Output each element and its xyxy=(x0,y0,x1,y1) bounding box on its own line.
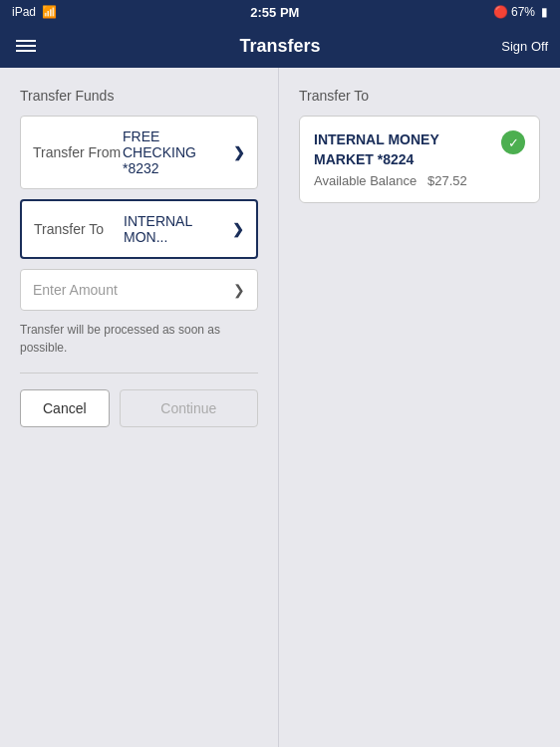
transfer-to-row[interactable]: Transfer To INTERNAL MON... ❯ xyxy=(20,199,258,259)
bluetooth-icon: 🔴 67% xyxy=(493,5,535,19)
status-left: iPad 📶 xyxy=(12,5,57,19)
sign-off-button[interactable]: Sign Off xyxy=(501,39,548,54)
transfer-to-label: Transfer To xyxy=(34,221,124,237)
account-card[interactable]: INTERNAL MONEY MARKET *8224 Available Ba… xyxy=(299,116,540,203)
available-balance-value: $27.52 xyxy=(427,173,467,188)
transfer-to-panel-title: Transfer To xyxy=(299,88,540,104)
button-row: Cancel Continue xyxy=(20,389,258,427)
transfer-funds-title: Transfer Funds xyxy=(20,88,258,104)
selected-checkmark-icon: ✓ xyxy=(501,130,525,154)
transfer-to-value: INTERNAL MON... xyxy=(124,213,232,245)
enter-amount-row[interactable]: Enter Amount ❯ xyxy=(20,269,258,311)
transfer-to-chevron: ❯ xyxy=(232,221,244,237)
main-layout: Transfer Funds Transfer From FREE CHECKI… xyxy=(0,68,560,747)
divider xyxy=(20,373,258,374)
available-balance-label: Available Balance xyxy=(314,173,417,188)
transfer-from-row[interactable]: Transfer From FREE CHECKING *8232 ❯ xyxy=(20,116,258,189)
account-balance: Available Balance $27.52 xyxy=(314,173,491,188)
status-time: 2:55 PM xyxy=(250,5,299,20)
cancel-button[interactable]: Cancel xyxy=(20,389,110,427)
wifi-icon: 📶 xyxy=(42,5,57,19)
page-title: Transfers xyxy=(239,36,320,57)
account-name: INTERNAL MONEY MARKET *8224 xyxy=(314,130,491,169)
transfer-from-value: FREE CHECKING *8232 xyxy=(123,128,233,176)
info-text: Transfer will be processed as soon as po… xyxy=(20,321,258,357)
transfer-from-chevron: ❯ xyxy=(233,144,245,160)
device-label: iPad xyxy=(12,5,36,19)
nav-bar: Transfers Sign Off xyxy=(0,24,560,68)
amount-placeholder: Enter Amount xyxy=(33,282,233,298)
status-bar: iPad 📶 2:55 PM 🔴 67% ▮ xyxy=(0,0,560,24)
continue-button: Continue xyxy=(120,389,258,427)
battery-icon: ▮ xyxy=(541,5,548,19)
account-info: INTERNAL MONEY MARKET *8224 Available Ba… xyxy=(314,130,491,188)
status-right: 🔴 67% ▮ xyxy=(493,5,548,19)
left-panel: Transfer Funds Transfer From FREE CHECKI… xyxy=(0,68,279,747)
menu-button[interactable] xyxy=(12,36,40,56)
transfer-from-label: Transfer From xyxy=(33,144,123,160)
right-panel: Transfer To INTERNAL MONEY MARKET *8224 … xyxy=(279,68,560,747)
amount-chevron: ❯ xyxy=(233,282,245,298)
